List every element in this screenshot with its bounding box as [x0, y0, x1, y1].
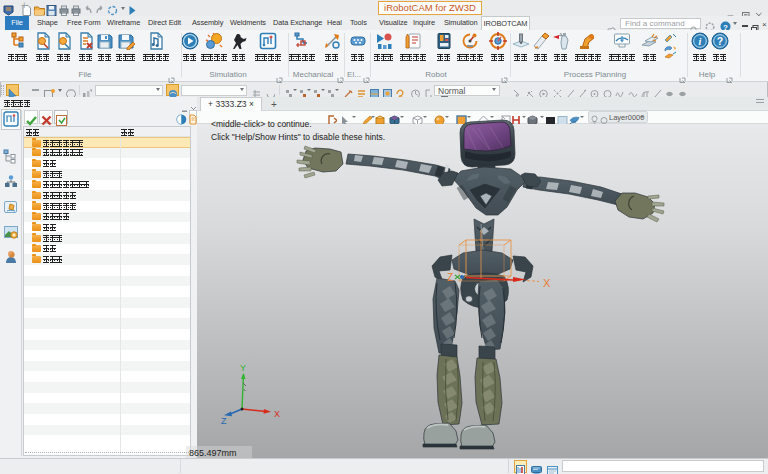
svg-text:X: X: [274, 409, 280, 419]
svg-text:Y: Y: [240, 363, 246, 373]
svg-text:Z: Z: [447, 272, 453, 283]
svg-text:X: X: [543, 277, 551, 289]
svg-text:Z: Z: [221, 416, 227, 426]
